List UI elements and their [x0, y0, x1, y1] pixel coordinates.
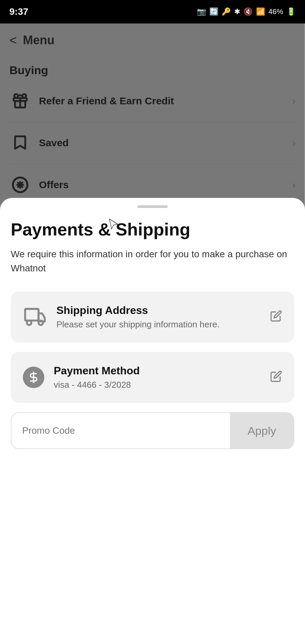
refer-chevron-icon: › [292, 95, 296, 107]
camera-icon: 📷 [197, 7, 206, 16]
offers-chevron-icon: › [292, 179, 296, 191]
sheet-title: Payments & Shipping [11, 220, 294, 239]
dollar-icon [23, 367, 44, 388]
refer-label: Refer a Friend & Earn Credit [39, 95, 292, 107]
shipping-card-title: Shipping Address [56, 304, 270, 317]
svg-point-6 [39, 321, 43, 325]
bookmark-icon [9, 132, 31, 154]
key-icon: 🔑 [222, 7, 231, 16]
buying-section: Buying Refer a Friend & Earn Credit › [0, 57, 305, 206]
menu-item-refer[interactable]: Refer a Friend & Earn Credit › [9, 80, 296, 122]
offers-label: Offers [39, 179, 292, 191]
tag-icon [9, 174, 31, 196]
payment-card-content: Payment Method visa - 4466 - 3/2028 [54, 365, 270, 390]
promo-code-input[interactable] [22, 425, 230, 436]
saved-chevron-icon: › [292, 137, 296, 149]
gift-icon [9, 90, 31, 112]
apply-button[interactable]: Apply [230, 413, 294, 448]
svg-point-5 [27, 321, 31, 325]
battery-icon: 🔋 [287, 7, 296, 16]
battery-text: 46% [268, 7, 283, 16]
promo-code-card[interactable]: Apply [11, 412, 294, 449]
mute-icon: 🔇 [244, 7, 253, 16]
shipping-card-subtitle: Please set your shipping information her… [56, 319, 270, 330]
payment-method-card[interactable]: Payment Method visa - 4466 - 3/2028 [11, 352, 294, 403]
payment-card-subtitle: visa - 4466 - 3/2028 [54, 380, 270, 390]
menu-title: Menu [23, 33, 54, 47]
status-icons: 📷 🔄 🔑 ✱ 🔇 📶 46% 🔋 [197, 7, 296, 16]
menu-header: < Menu [0, 23, 305, 57]
shipping-card-content: Shipping Address Please set your shippin… [56, 304, 270, 330]
buying-label: Buying [9, 64, 296, 77]
shipping-address-card[interactable]: Shipping Address Please set your shippin… [11, 291, 294, 342]
status-time: 9:37 [9, 6, 28, 17]
svg-rect-4 [25, 309, 39, 321]
bluetooth-icon: ✱ [234, 7, 240, 16]
status-bar: 9:37 📷 🔄 🔑 ✱ 🔇 📶 46% 🔋 [0, 0, 305, 23]
wifi-icon: 📶 [256, 7, 265, 16]
sheet-subtitle: We require this information in order for… [11, 247, 294, 275]
drag-handle[interactable] [137, 205, 168, 208]
payment-edit-button[interactable] [270, 370, 282, 385]
shipping-edit-button[interactable] [270, 310, 282, 324]
menu-item-saved[interactable]: Saved › [9, 122, 296, 164]
back-arrow-icon[interactable]: < [9, 33, 17, 48]
sim-icon: 🔄 [209, 7, 218, 16]
saved-label: Saved [39, 137, 292, 149]
bottom-sheet: Payments & Shipping We require this info… [0, 198, 305, 644]
truck-icon [23, 305, 47, 329]
payment-card-title: Payment Method [54, 365, 270, 377]
